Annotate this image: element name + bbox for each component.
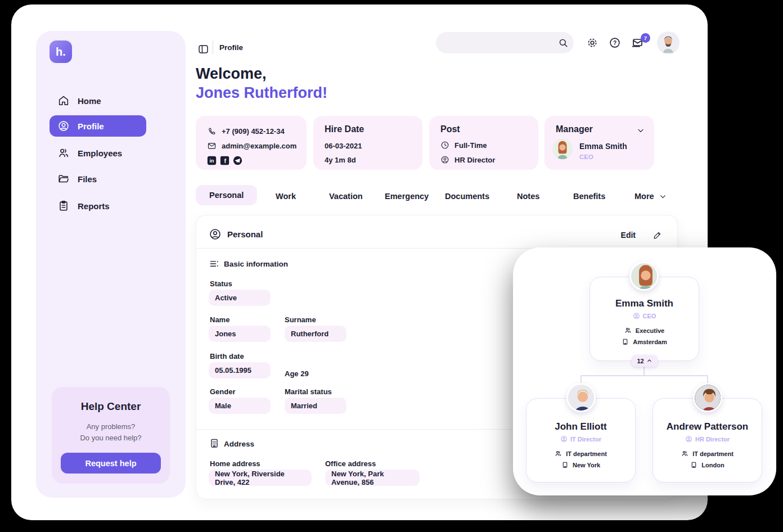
people-icon [681, 450, 688, 457]
screen: h. Home Profile Employees Files Reports … [0, 0, 783, 532]
employees-icon [57, 147, 70, 159]
manager-role: CEO [579, 154, 593, 160]
tab-benefits[interactable]: Benefits [573, 192, 605, 201]
org-node-city: New York [526, 461, 635, 468]
email-row: admin@example.com [207, 141, 296, 151]
name-label: Name [210, 315, 230, 324]
people-icon [555, 450, 562, 457]
pencil-icon[interactable] [652, 230, 663, 240]
org-root-avatar [629, 262, 659, 291]
panel-toggle-icon [197, 43, 209, 55]
phone-row: +7 (909) 452-12-34 [207, 127, 285, 136]
breadcrumb: Profile [219, 43, 243, 52]
search-input[interactable] [436, 32, 574, 53]
sidebar-item-label: Employees [78, 148, 122, 158]
home-icon [57, 94, 70, 107]
sidebar-item-files[interactable]: Files [50, 168, 146, 190]
gear-icon [586, 37, 598, 49]
tab-emergency[interactable]: Emergency [385, 192, 429, 201]
tab-work[interactable]: Work [276, 192, 296, 201]
sidebar-item-home[interactable]: Home [50, 90, 146, 111]
facebook-icon[interactable]: f [220, 156, 230, 165]
post-title: Post [440, 124, 460, 134]
org-node-city: Amsterdam [590, 338, 699, 345]
status-field: Active [209, 290, 271, 306]
panel-title: Personal [227, 229, 263, 239]
folder-icon [57, 173, 70, 185]
person-circle-icon [685, 435, 692, 443]
tab-notes[interactable]: Notes [517, 192, 539, 201]
app-logo[interactable]: h. [50, 40, 72, 63]
building-icon [690, 461, 698, 468]
phone-icon [207, 127, 217, 136]
edit-button[interactable]: Edit [621, 231, 636, 240]
hire-date-value: 06-03-2021 [325, 142, 362, 150]
svg-text:in: in [210, 158, 214, 164]
org-connector [581, 375, 708, 376]
employment-type-row: Full-Time [440, 141, 487, 150]
post-role-row: HR Director [440, 155, 495, 164]
sidebar-item-employees[interactable]: Employees [50, 142, 146, 164]
help-line-1: Any problems? [52, 422, 170, 431]
welcome-username: Jones Rutherford! [196, 84, 327, 102]
birth-date-label: Birth date [210, 352, 244, 360]
org-expand-toggle[interactable]: 12 [632, 355, 658, 367]
tab-more[interactable]: More [634, 192, 667, 201]
manager-avatar [552, 139, 573, 159]
tab-personal[interactable]: Personal [196, 185, 257, 205]
home-address-field: New York, Riverside Drive, 422 [209, 470, 312, 486]
chevron-down-icon[interactable] [636, 126, 645, 135]
welcome-line: Welcome, [196, 65, 267, 83]
surname-field: Rutherford [285, 326, 346, 342]
svg-text:f: f [224, 157, 227, 164]
settings-button[interactable] [585, 35, 600, 50]
org-node-city: London [653, 461, 762, 468]
person-circle-icon [440, 155, 449, 164]
tab-vacation[interactable]: Vacation [329, 192, 363, 201]
chevron-up-icon [646, 358, 652, 364]
user-avatar[interactable] [657, 31, 680, 54]
mail-badge: 7 [641, 33, 650, 43]
svg-text:?: ? [613, 40, 616, 46]
search-icon[interactable] [556, 35, 570, 50]
birth-date-field: 05.05.1995 [209, 362, 271, 378]
tab-documents[interactable]: Documents [445, 192, 489, 201]
org-node-role: HR Director [653, 435, 762, 443]
post-role: HR Director [454, 156, 495, 164]
social-row: in f [207, 156, 242, 165]
marital-status-label: Marital status [285, 387, 332, 396]
org-node-department: Executive [590, 327, 699, 334]
reports-count: 12 [637, 358, 644, 364]
clock-icon [440, 141, 449, 150]
telegram-icon[interactable] [233, 156, 242, 165]
sidebar-toggle-button[interactable] [196, 42, 210, 56]
help-line-2: Do you need help? [52, 434, 170, 442]
request-help-button[interactable]: Request help [61, 453, 161, 474]
office-address-label: Office address [325, 459, 376, 468]
report-icon [57, 200, 70, 212]
list-icon [209, 258, 220, 269]
topbar-divider [213, 40, 213, 54]
contact-card: +7 (909) 452-12-34 admin@example.com in … [196, 116, 307, 170]
person-circle-icon [560, 435, 568, 443]
home-address-label: Home address [210, 459, 260, 468]
building-icon [209, 438, 220, 449]
age-text: Age 29 [285, 369, 309, 378]
building-icon [622, 338, 629, 345]
building-icon [561, 461, 569, 468]
person-circle-icon [209, 228, 222, 241]
sidebar-item-label: Profile [78, 121, 104, 131]
linkedin-icon[interactable]: in [207, 156, 217, 165]
sidebar-item-label: Reports [78, 201, 110, 211]
org-node-name: Emma Smith [590, 298, 699, 309]
post-card: Post Full-Time HR Director [429, 116, 538, 170]
sidebar-item-reports[interactable]: Reports [50, 195, 146, 217]
sidebar-item-label: Home [78, 96, 101, 106]
help-button[interactable]: ? [608, 35, 622, 50]
sidebar-item-label: Files [78, 174, 97, 184]
email-value: admin@example.com [222, 142, 296, 150]
gender-label: Gender [210, 387, 236, 396]
sidebar-item-profile[interactable]: Profile [50, 115, 146, 137]
address-title: Address [224, 440, 254, 448]
basic-info-title: Basic information [224, 260, 288, 268]
